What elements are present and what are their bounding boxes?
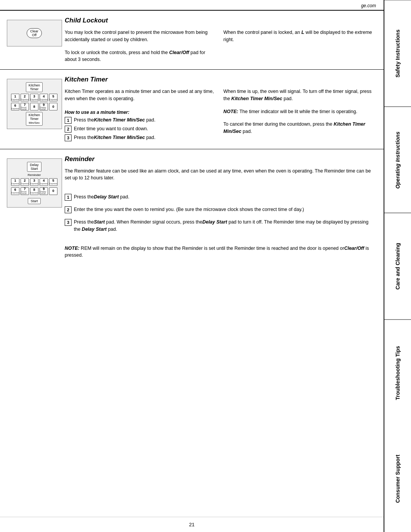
key-3: 3Express xyxy=(30,94,38,101)
rem-key-2: 2Express xyxy=(21,178,29,186)
delay-start-bold-3: Delay Start xyxy=(202,219,227,225)
start-bold: Start xyxy=(94,219,105,225)
sidebar-tab-care[interactable]: Care and Cleaning xyxy=(384,213,411,320)
rem-key-7: 7Sound On/Off xyxy=(21,187,29,195)
kt-row1: 1Express 2Express 3Express 4Express 5Exp… xyxy=(11,94,57,101)
rem-step2: 2 Enter the time you want the oven to re… xyxy=(65,206,376,213)
rem-row1: 1Express 2Express 3Express 4Express 5Exp… xyxy=(11,178,57,186)
kt-bottom-label: KitchenTimerMin/Sec xyxy=(26,112,43,126)
child-lockout-title: Child Lockout xyxy=(65,17,376,24)
how-to-label: How to use as a minute timer: xyxy=(65,110,217,115)
child-lockout-para1: You may lock the control panel to preven… xyxy=(65,29,217,43)
rem-step3: 3 Press theStart pad. When Reminder sign… xyxy=(65,219,376,233)
reminder-para1: The Reminder feature can be used like an… xyxy=(65,168,376,182)
reminder-diagram: DelayStart Reminder 1Express 2Express 3E… xyxy=(4,155,65,511)
kitchen-timer-title: Kitchen Timer xyxy=(65,76,376,83)
off-label: Off xyxy=(30,33,38,37)
sidebar-tab-safety[interactable]: Safety Instructions xyxy=(384,0,411,107)
child-lockout-right-text: When the control panel is locked, an L w… xyxy=(223,29,376,43)
l-label: L xyxy=(301,30,304,35)
child-lockout-col-left: You may lock the control panel to preven… xyxy=(65,29,217,63)
kt-para1: Kitchen Timer operates as a minute timer… xyxy=(65,88,217,102)
kt-cancel-bold: Kitchen Timer Min/Sec xyxy=(223,121,365,134)
kitchen-timer-diagram: KitchenTimer 1Express 2Express 3Express … xyxy=(4,76,65,143)
child-lockout-col-right: When the control panel is locked, an L w… xyxy=(223,29,376,63)
sidebar-tab-safety-label: Safety Instructions xyxy=(395,29,401,77)
rem-key-5: 5Express xyxy=(49,178,57,186)
kitchen-timer-cols: Kitchen Timer operates as a minute timer… xyxy=(65,88,376,143)
key-8: 8 xyxy=(30,103,38,110)
kt-top-label: KitchenTimer xyxy=(26,82,43,92)
sidebar-tab-troubleshooting[interactable]: Troubleshooting Tips xyxy=(384,320,411,426)
rem-step-text-1: Press theDelay Start pad. xyxy=(74,193,129,201)
reminder-keypad: DelayStart Reminder 1Express 2Express 3E… xyxy=(7,158,62,208)
kitchen-timer-keypad: KitchenTimer 1Express 2Express 3Express … xyxy=(7,79,62,129)
child-lockout-content: Child Lockout You may lock the control p… xyxy=(65,17,376,63)
page-number: 21 xyxy=(0,517,384,532)
clear-off-oval: Clear Off xyxy=(27,28,42,38)
rem-step-num-1: 1 xyxy=(65,194,72,201)
sidebar-tab-operating-label: Operating Instructions xyxy=(395,131,401,189)
delay-start-bold-1: Delay Start xyxy=(94,194,119,200)
sidebar-tab-consumer[interactable]: Consumer Support xyxy=(384,426,411,532)
child-lockout-section: Clear Off Child Lockout You may lock the… xyxy=(0,11,384,70)
key-7: 7Sound On/Off xyxy=(21,103,29,110)
kt-step2: 2 Enter time you want to count down. xyxy=(65,125,217,133)
kt-step1: 1 Press theKitchen Timer Min/Sec pad. xyxy=(65,117,217,124)
step-text-1: Press theKitchen Timer Min/Sec pad. xyxy=(74,117,155,124)
key-5: 5Express xyxy=(49,94,57,101)
start-btn-label: Start xyxy=(28,198,40,204)
rem-step-num-3: 3 xyxy=(65,219,72,226)
kt-note: NOTE: The timer indicator will be lit wh… xyxy=(223,108,376,115)
key-2: 2Express xyxy=(21,94,29,101)
rem-step-text-3: Press theStart pad. When Reminder signal… xyxy=(74,219,376,233)
kt-row2: 6Express 7Sound On/Off 8 9Display On/Off… xyxy=(11,103,57,110)
step-text-2: Enter time you want to count down. xyxy=(74,125,148,133)
kt-minsec-bold-right: Kitchen Timer Min/Sec xyxy=(231,96,282,101)
website-label: ge.com xyxy=(361,3,376,8)
clear-off-bold-rem: Clear/Off xyxy=(344,246,364,251)
rem-step-num-2: 2 xyxy=(65,206,72,213)
main-content: ge.com Clear Off Child Lockout You may l… xyxy=(0,0,384,532)
clear-label: Clear xyxy=(30,29,38,33)
clear-off-bold: Clear/Off xyxy=(169,50,189,55)
reminder-note: NOTE: REM will remain on the display to … xyxy=(65,245,376,259)
child-lockout-cols: You may lock the control panel to preven… xyxy=(65,29,376,63)
delay-start-label: DelayStart xyxy=(27,162,41,172)
kt-step3: 3 Press theKitchen Timer Min/Sec pad. xyxy=(65,134,217,141)
kt-minsec-bold-1: Kitchen Timer Min/Sec xyxy=(94,117,145,123)
child-lockout-diagram: Clear Off xyxy=(4,17,65,63)
note-label-kt: NOTE: xyxy=(223,109,238,114)
rem-key-0: 0 xyxy=(49,187,57,195)
sidebar-tab-consumer-label: Consumer Support xyxy=(395,455,401,503)
reminder-section: DelayStart Reminder 1Express 2Express 3E… xyxy=(0,149,384,517)
kitchen-timer-content: Kitchen Timer Kitchen Timer operates as … xyxy=(65,76,376,143)
step-num-2: 2 xyxy=(65,126,72,133)
reminder-content: Reminder The Reminder feature can be use… xyxy=(65,155,376,511)
key-1: 1Express xyxy=(11,94,19,101)
key-0: 0 xyxy=(49,103,57,110)
kt-cancel: To cancel the timer during the countdown… xyxy=(223,121,376,135)
sidebar-tab-care-label: Care and Cleaning xyxy=(395,243,401,290)
rem-key-6: 6Express xyxy=(11,187,19,195)
note-label-rem: NOTE: xyxy=(65,246,80,251)
step-num-1: 1 xyxy=(65,117,72,124)
reminder-title: Reminder xyxy=(65,155,376,163)
rem-key-9: 9Display On/Off xyxy=(40,187,48,195)
kitchen-timer-col-left: Kitchen Timer operates as a minute timer… xyxy=(65,88,217,143)
rem-key-1: 1Express xyxy=(11,178,19,186)
sidebar-tab-troubleshooting-label: Troubleshooting Tips xyxy=(395,346,401,400)
kitchen-timer-section: KitchenTimer 1Express 2Express 3Express … xyxy=(0,70,384,149)
kt-right-para1: When time is up, the oven will signal. T… xyxy=(223,88,376,102)
step-num-3: 3 xyxy=(65,134,72,141)
rem-key-3: 3Express xyxy=(30,178,38,186)
kt-minsec-bold-3: Kitchen Timer Min/Sec xyxy=(94,135,145,140)
rem-row2: 6Express 7Sound On/Off 8Express 9Display… xyxy=(11,187,57,195)
header: ge.com xyxy=(0,0,384,11)
right-sidebar: Safety Instructions Operating Instructio… xyxy=(384,0,411,532)
sidebar-tab-operating[interactable]: Operating Instructions xyxy=(384,107,411,213)
key-4: 4Express xyxy=(40,94,48,101)
kitchen-timer-col-right: When time is up, the oven will signal. T… xyxy=(223,88,376,143)
delay-start-bold-4: Delay Start xyxy=(82,227,107,232)
rem-step-text-2: Enter the time you want the oven to remi… xyxy=(74,206,304,213)
